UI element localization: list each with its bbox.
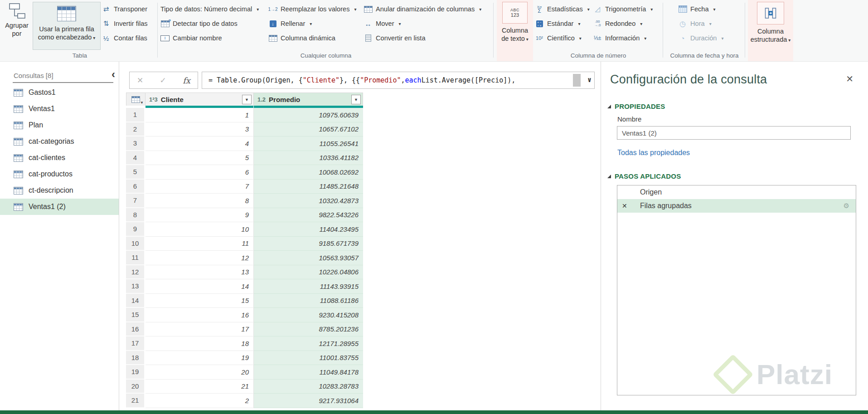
promedio-cell[interactable]: 8785.201236 — [254, 322, 363, 337]
column-header-promedio[interactable]: 1.2 Promedio ▼ — [254, 93, 363, 106]
query-item-cat-productos[interactable]: cat-productos — [0, 166, 119, 182]
cliente-filter-button[interactable]: ▼ — [242, 95, 252, 104]
promedio-cell[interactable]: 9230.415208 — [254, 308, 363, 322]
row-number[interactable]: 15 — [126, 308, 145, 322]
promedio-cell[interactable]: 11001.83755 — [254, 351, 363, 365]
rellenar-button[interactable]: ↓ Rellenar ▾ — [268, 17, 312, 30]
row-number[interactable]: 5 — [126, 165, 145, 180]
informacion-button[interactable]: ⅓± Información ▾ — [593, 31, 646, 45]
row-number[interactable]: 12 — [126, 265, 145, 280]
cliente-cell[interactable]: 14 — [145, 279, 254, 294]
agrupar-por-button[interactable]: Agrupar por — [3, 2, 31, 38]
step-origen[interactable]: Origen — [617, 185, 856, 199]
mover-button[interactable]: ↔ Mover ▾ — [364, 17, 401, 30]
trigonometria-button[interactable]: ◿ Trigonometría ▾ — [593, 2, 653, 16]
cliente-cell[interactable]: 16 — [145, 308, 254, 322]
cancel-formula-icon[interactable]: ✕ — [137, 76, 143, 85]
estandar-button[interactable]: + −÷ × Estándar ▾ — [535, 17, 580, 30]
cliente-cell[interactable]: 1 — [145, 108, 254, 122]
formula-input[interactable]: = Table.Group(Origen, {"Cliente"}, {{"Pr… — [202, 72, 595, 89]
promedio-cell[interactable]: 12171.28955 — [254, 336, 363, 351]
cliente-cell[interactable]: 6 — [145, 165, 254, 180]
propiedades-section-header[interactable]: PROPIEDADES — [607, 102, 665, 110]
promedio-cell[interactable]: 11088.61186 — [254, 294, 363, 308]
row-number[interactable]: 9 — [126, 222, 145, 237]
promedio-cell[interactable]: 11049.84178 — [254, 365, 363, 380]
cientifico-button[interactable]: 10² Científico ▾ — [535, 31, 582, 45]
contar-filas-button[interactable]: ½ Contar filas — [102, 31, 147, 45]
row-number[interactable]: 19 — [126, 365, 145, 380]
step-filas-agrupadas[interactable]: ✕ Filas agrupadas ⚙ — [617, 199, 856, 213]
tipo-de-datos-button[interactable]: Tipo de datos: Número decimal ▾ — [160, 2, 259, 16]
cliente-cell[interactable]: 8 — [145, 194, 254, 208]
cliente-cell[interactable]: 5 — [145, 151, 254, 166]
fecha-button[interactable]: Fecha ▾ — [678, 2, 716, 16]
promedio-cell[interactable]: 11055.26541 — [254, 136, 363, 151]
collapse-sidebar-button[interactable]: ‹ — [112, 68, 115, 81]
row-number[interactable]: 8 — [126, 208, 145, 223]
promedio-cell[interactable]: 10336.41182 — [254, 151, 363, 166]
query-item-plan[interactable]: Plan — [0, 117, 119, 133]
row-number[interactable]: 18 — [126, 351, 145, 365]
row-number[interactable]: 16 — [126, 322, 145, 337]
row-number[interactable]: 4 — [126, 151, 145, 166]
column-header-cliente[interactable]: 1²3 Cliente ▼ — [145, 93, 254, 106]
fx-icon[interactable]: fx — [183, 76, 190, 85]
cliente-cell[interactable]: 3 — [145, 122, 254, 137]
confirm-formula-icon[interactable]: ✓ — [160, 76, 166, 85]
invertir-filas-button[interactable]: ⇅ Invertir filas — [102, 17, 148, 30]
columna-de-texto-button[interactable]: ABC 123 Columna de texto▾ — [497, 2, 533, 44]
query-item-gastos1[interactable]: Gastos1 — [0, 84, 119, 101]
query-item-ventas1[interactable]: Ventas1 — [0, 101, 119, 117]
promedio-cell[interactable]: 10283.28783 — [254, 380, 363, 394]
promedio-cell[interactable]: 10657.67102 — [254, 122, 363, 137]
cliente-cell[interactable]: 17 — [145, 322, 254, 337]
todas-las-propiedades-link[interactable]: Todas las propiedades — [617, 149, 690, 157]
formula-scrollbar-thumb[interactable] — [573, 74, 581, 87]
cliente-cell[interactable]: 12 — [145, 251, 254, 265]
transponer-button[interactable]: ⇄ Transponer — [102, 2, 147, 16]
columna-estructurada-button[interactable]: Columna estructurada▾ — [748, 2, 793, 44]
row-number[interactable]: 21 — [126, 394, 145, 408]
close-panel-icon[interactable]: ✕ — [846, 73, 853, 84]
columna-dinamica-button[interactable]: Columna dinámica — [268, 31, 335, 45]
promedio-cell[interactable]: 10068.02692 — [254, 165, 363, 180]
promedio-cell[interactable]: 10320.42873 — [254, 194, 363, 208]
usar-primera-fila-button[interactable]: Usar la primera fila como encabezado▾ — [33, 2, 101, 50]
query-item-ct-descripcion[interactable]: ct-descripcion — [0, 182, 119, 199]
gear-icon[interactable]: ⚙ — [844, 202, 849, 210]
query-item-ventas1-2[interactable]: Ventas1 (2) — [0, 199, 119, 215]
cliente-cell[interactable]: 13 — [145, 265, 254, 280]
cliente-cell[interactable]: 10 — [145, 222, 254, 237]
cliente-cell[interactable]: 4 — [145, 136, 254, 151]
anular-dinamizacion-button[interactable]: Anular dinamización de columnas ▾ — [364, 2, 481, 16]
row-number[interactable]: 1 — [126, 108, 145, 122]
row-number[interactable]: 20 — [126, 380, 145, 394]
select-all-corner[interactable]: ▼ — [126, 93, 145, 106]
query-item-cat-clientes[interactable]: cat-clientes — [0, 150, 119, 166]
convertir-en-lista-button[interactable]: Convertir en lista — [364, 31, 426, 45]
row-number[interactable]: 14 — [126, 294, 145, 308]
pasos-aplicados-section-header[interactable]: PASOS APLICADOS — [607, 172, 681, 180]
row-number[interactable]: 17 — [126, 336, 145, 351]
promedio-filter-button[interactable]: ▼ — [351, 95, 361, 104]
cliente-cell[interactable]: 2 — [145, 394, 254, 408]
cliente-cell[interactable]: 15 — [145, 294, 254, 308]
reemplazar-valores-button[interactable]: 1→2 Reemplazar los valores ▾ — [268, 2, 357, 16]
estadisticas-button[interactable]: XσΣ Estadísticas ▾ — [535, 2, 590, 16]
hora-button[interactable]: ◷ Hora ▾ — [678, 17, 712, 30]
row-number[interactable]: 13 — [126, 279, 145, 294]
promedio-cell[interactable]: 9822.543226 — [254, 208, 363, 223]
row-number[interactable]: 10 — [126, 237, 145, 251]
row-number[interactable]: 6 — [126, 180, 145, 194]
promedio-cell[interactable]: 11143.93915 — [254, 279, 363, 294]
duracion-button[interactable]: ◔ Duración ▾ — [678, 31, 723, 45]
row-number[interactable]: 11 — [126, 251, 145, 265]
cliente-cell[interactable]: 20 — [145, 365, 254, 380]
row-number[interactable]: 3 — [126, 136, 145, 151]
promedio-cell[interactable]: 11404.23495 — [254, 222, 363, 237]
promedio-cell[interactable]: 10563.93057 — [254, 251, 363, 265]
promedio-cell[interactable]: 10226.04806 — [254, 265, 363, 280]
promedio-cell[interactable]: 10975.60639 — [254, 108, 363, 122]
promedio-cell[interactable]: 9185.671739 — [254, 237, 363, 251]
